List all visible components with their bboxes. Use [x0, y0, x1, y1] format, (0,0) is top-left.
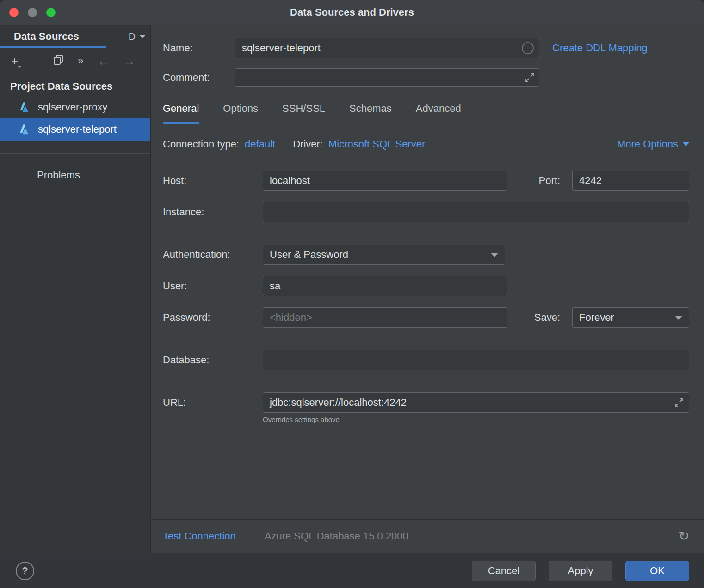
- remove-data-source-button[interactable]: −: [32, 55, 39, 67]
- main-footer: Test Connection Azure SQL Database 15.0.…: [163, 520, 689, 553]
- plus-icon: +: [11, 54, 18, 68]
- form-area: Host: Port: Instance: Authentication: Us…: [163, 171, 689, 423]
- help-button[interactable]: ?: [16, 562, 34, 580]
- cancel-button[interactable]: Cancel: [472, 561, 536, 581]
- data-sources-dialog: Data Sources and Drivers Data Sources D …: [0, 0, 704, 588]
- revert-icon[interactable]: ↺: [679, 530, 689, 543]
- data-source-label: sqlserver-teleport: [38, 123, 117, 135]
- title-bar: Data Sources and Drivers: [0, 0, 704, 25]
- spacer: [163, 423, 689, 519]
- name-label: Name:: [163, 42, 235, 54]
- comment-input[interactable]: [235, 68, 539, 87]
- copy-icon: [53, 55, 64, 66]
- authentication-row: Authentication: User & Password: [163, 245, 689, 265]
- name-input[interactable]: [235, 38, 539, 58]
- tab-schemas[interactable]: Schemas: [349, 103, 392, 124]
- tabs-divider: [151, 124, 704, 124]
- comment-row: Comment:: [163, 68, 689, 87]
- expand-icon[interactable]: [674, 398, 684, 408]
- user-row: User:: [163, 276, 689, 296]
- sidebar-divider: [0, 153, 150, 154]
- window-title: Data Sources and Drivers: [0, 6, 704, 18]
- test-connection-link[interactable]: Test Connection: [163, 530, 236, 542]
- tab-ssh-ssl[interactable]: SSH/SSL: [282, 103, 325, 124]
- chevron-down-icon: [683, 142, 689, 146]
- authentication-select[interactable]: User & Password: [263, 245, 505, 265]
- save-group: Save: Forever: [534, 307, 689, 328]
- password-input[interactable]: [263, 307, 507, 328]
- port-label: Port:: [539, 175, 560, 187]
- sidebar-item-problems[interactable]: Problems: [0, 165, 150, 185]
- save-value: Forever: [579, 312, 614, 324]
- sidebar-tab-underline: [0, 46, 106, 48]
- instance-input[interactable]: [263, 202, 689, 222]
- instance-label: Instance:: [163, 206, 263, 218]
- bottom-bar: ? Cancel Apply OK: [0, 553, 704, 588]
- project-data-sources-header: Project Data Sources: [0, 74, 150, 96]
- database-input[interactable]: [263, 350, 689, 370]
- host-row: Host: Port:: [163, 171, 689, 191]
- main-panel: Name: Create DDL Mapping Comment:: [151, 25, 704, 553]
- save-select[interactable]: Forever: [572, 307, 689, 328]
- azure-sql-icon: [18, 101, 30, 113]
- ok-button[interactable]: OK: [625, 561, 689, 581]
- plus-caret-icon: [18, 66, 21, 68]
- tab-advanced[interactable]: Advanced: [416, 103, 461, 124]
- more-options-button[interactable]: More Options: [617, 138, 689, 150]
- tab-bar: General Options SSH/SSL Schemas Advanced: [163, 103, 689, 124]
- expand-icon[interactable]: [525, 73, 535, 83]
- chevron-down-icon: [491, 253, 498, 257]
- database-label: Database:: [163, 354, 263, 366]
- url-hint: Overrides settings above: [263, 416, 689, 423]
- driver-value-link[interactable]: Microsoft SQL Server: [328, 138, 425, 150]
- apply-button[interactable]: Apply: [549, 561, 612, 581]
- host-label: Host:: [163, 175, 263, 187]
- sidebar-header: Data Sources D: [0, 25, 150, 48]
- sidebar-drivers-dropdown[interactable]: D: [129, 31, 150, 42]
- create-ddl-mapping-link[interactable]: Create DDL Mapping: [552, 42, 648, 54]
- tab-options[interactable]: Options: [223, 103, 258, 124]
- authentication-label: Authentication:: [163, 249, 263, 261]
- save-label: Save:: [534, 312, 560, 324]
- dialog-content: Data Sources D + −: [0, 25, 704, 553]
- sidebar-toolbar: + − » ← →: [0, 48, 150, 74]
- password-label: Password:: [163, 312, 263, 324]
- connection-status-text: Azure SQL Database 15.0.2000: [265, 530, 408, 542]
- port-input[interactable]: [572, 171, 689, 191]
- instance-row: Instance:: [163, 202, 689, 222]
- forward-button[interactable]: →: [124, 55, 136, 67]
- host-input[interactable]: [263, 171, 507, 191]
- sidebar-item-sqlserver-teleport[interactable]: sqlserver-teleport: [0, 118, 150, 141]
- authentication-value: User & Password: [270, 249, 348, 261]
- connection-type-label: Connection type:: [163, 138, 239, 150]
- driver-label: Driver:: [293, 138, 323, 150]
- add-data-source-button[interactable]: +: [11, 55, 18, 67]
- sidebar-tab-data-sources[interactable]: Data Sources: [0, 31, 79, 43]
- chevron-down-icon: [675, 316, 682, 320]
- chevron-down-icon: [139, 35, 146, 38]
- connection-type-value[interactable]: default: [245, 138, 275, 150]
- dialog-buttons: Cancel Apply OK: [472, 561, 689, 581]
- sidebar-dropdown-partial-label: D: [129, 31, 136, 42]
- url-row: URL: jdbc:sqlserver://localhost:4242: [163, 392, 689, 413]
- password-row: Password: Save: Forever: [163, 307, 689, 328]
- url-input[interactable]: jdbc:sqlserver://localhost:4242: [263, 392, 689, 413]
- name-row: Name: Create DDL Mapping: [163, 38, 689, 58]
- database-row: Database:: [163, 350, 689, 370]
- user-input[interactable]: [263, 276, 507, 296]
- back-button[interactable]: ←: [98, 55, 110, 67]
- sidebar: Data Sources D + −: [0, 25, 151, 553]
- user-label: User:: [163, 280, 263, 292]
- duplicate-data-source-button[interactable]: [53, 55, 64, 67]
- tab-general[interactable]: General: [163, 103, 199, 124]
- url-value: jdbc:sqlserver://localhost:4242: [270, 397, 407, 409]
- data-source-label: sqlserver-proxy: [38, 101, 107, 113]
- loading-circle-icon: [522, 42, 534, 54]
- url-label: URL:: [163, 397, 263, 409]
- more-actions-button[interactable]: »: [78, 56, 83, 66]
- comment-label: Comment:: [163, 72, 235, 84]
- azure-sql-icon: [18, 123, 30, 135]
- sidebar-item-sqlserver-proxy[interactable]: sqlserver-proxy: [0, 96, 150, 118]
- name-input-wrap: [235, 38, 539, 58]
- port-group: Port:: [539, 171, 689, 191]
